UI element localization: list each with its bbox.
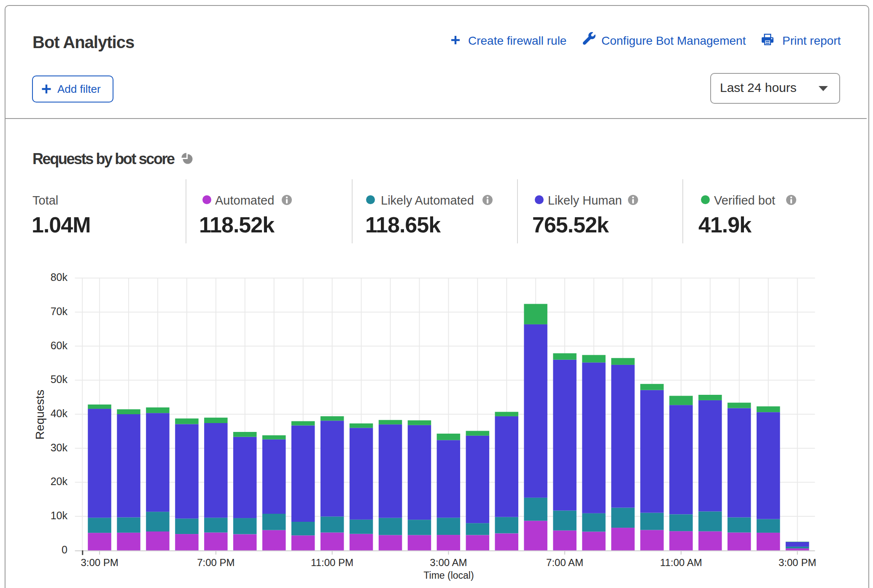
svg-text:7:00 AM: 7:00 AM bbox=[546, 557, 583, 568]
svg-text:0: 0 bbox=[62, 544, 67, 556]
svg-text:60k: 60k bbox=[51, 340, 68, 351]
svg-text:10k: 10k bbox=[51, 510, 68, 521]
svg-text:3:00 PM: 3:00 PM bbox=[779, 557, 816, 568]
svg-text:3:00 PM: 3:00 PM bbox=[81, 557, 118, 568]
svg-text:11:00 PM: 11:00 PM bbox=[311, 557, 353, 568]
svg-text:80k: 80k bbox=[51, 271, 68, 283]
svg-text:7:00 PM: 7:00 PM bbox=[197, 557, 234, 568]
svg-text:70k: 70k bbox=[51, 305, 68, 317]
svg-text:Requests: Requests bbox=[33, 390, 46, 440]
svg-text:Time (local): Time (local) bbox=[423, 570, 474, 581]
svg-text:50k: 50k bbox=[51, 373, 68, 385]
svg-text:20k: 20k bbox=[51, 475, 68, 487]
svg-text:11:00 AM: 11:00 AM bbox=[660, 557, 702, 568]
svg-text:40k: 40k bbox=[51, 407, 68, 419]
svg-text:3:00 AM: 3:00 AM bbox=[430, 557, 467, 568]
svg-text:30k: 30k bbox=[51, 442, 68, 453]
